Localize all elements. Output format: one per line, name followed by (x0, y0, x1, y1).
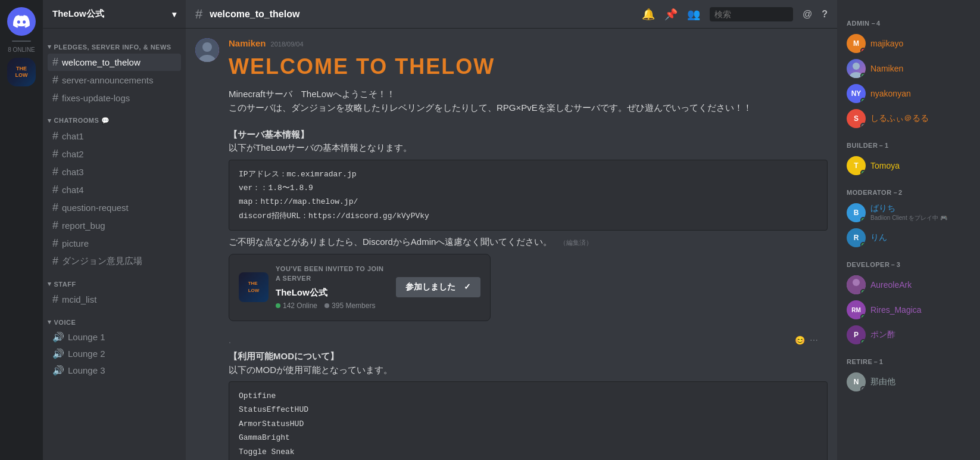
status-dot-online (860, 170, 866, 175)
member-avatar: N (847, 372, 866, 391)
members-icon[interactable]: 👥 (687, 8, 700, 21)
message-author: Namiken (229, 38, 266, 48)
channel-name: chat3 (62, 167, 84, 177)
server-divider (12, 41, 31, 42)
channel-name: chat2 (62, 149, 84, 159)
code-line: discord招待URL：https://discord.gg/kVyPVky (239, 209, 817, 223)
channel-server-announcements[interactable]: # server-announcements (48, 72, 181, 89)
status-dot-offline (860, 123, 866, 128)
category-arrow: ▾ (48, 318, 52, 326)
bell-icon[interactable]: 🔔 (642, 8, 655, 21)
voice-icon: 🔊 (52, 365, 64, 376)
role-category-retire: RETIRE－1 (842, 348, 975, 369)
server-icon-thelow[interactable]: THELOW (7, 58, 36, 86)
member-item-rin[interactable]: R りん (842, 226, 975, 250)
member-name: Namiken (870, 64, 903, 73)
status-dot-online (860, 98, 866, 103)
member-avatar: RM (847, 300, 866, 319)
invite-card-icon: THELOW (239, 272, 269, 302)
members-sidebar: ADMIN－4 M majikayo Namiken NY nyakonyan … (837, 0, 980, 460)
server-sidebar: 8 ONLINE THELOW (0, 0, 43, 460)
code-line: ArmorStatusHUD (239, 417, 817, 431)
status-dot-online (860, 289, 866, 294)
channel-name: Lounge 2 (68, 349, 105, 359)
member-item-shirufyi[interactable]: S しるふぃ＠るる (842, 107, 975, 130)
message-timestamp: 2018/09/04 (271, 41, 304, 48)
status-dot-online (860, 339, 866, 344)
more-options-icon[interactable]: ⋯ (810, 335, 818, 345)
channel-fixes-update-logs[interactable]: # fixes-update-logs (48, 89, 181, 107)
header-icons: 🔔 📌 👥 @ ? (642, 7, 828, 21)
hash-icon: # (52, 201, 58, 214)
code-line: IPアドレス：mc.eximradar.jp (239, 167, 817, 181)
svg-point-6 (853, 279, 860, 286)
hash-icon: # (52, 255, 58, 268)
welcome-title: WELCOME TO THELOW (229, 51, 828, 83)
status-dot-online (860, 242, 866, 247)
channel-mcid-list[interactable]: # mcid_list (48, 291, 181, 308)
member-name: しるふぃ＠るる (870, 113, 929, 124)
channel-chat1[interactable]: # chat1 (48, 128, 181, 145)
category-arrow: ▾ (48, 117, 52, 125)
member-item-ponzu[interactable]: P ポン酢 (842, 323, 975, 347)
join-button[interactable]: 参加しました ✓ (396, 277, 480, 297)
channel-report-bug[interactable]: # report_bug (48, 217, 181, 234)
code-line: StatusEffectHUD (239, 403, 817, 417)
code-line: map：http://map.thelow.jp/ (239, 195, 817, 209)
member-name: nyakonyan (870, 89, 911, 98)
discord-home-button[interactable] (7, 7, 36, 36)
channel-picture[interactable]: # picture (48, 235, 181, 252)
member-avatar: B (847, 203, 866, 222)
category-arrow: ▾ (48, 43, 52, 51)
channel-lounge1[interactable]: 🔊 Lounge 1 (48, 329, 181, 345)
message-text: 【利用可能MODについて】 以下のMODが使用可能となっています。 Optifi… (229, 350, 828, 460)
category-pledges[interactable]: ▾ PLEDGES, SERVER INFO, & NEWS (43, 33, 186, 53)
search-input[interactable] (710, 7, 793, 21)
status-dot-dnd (860, 48, 866, 53)
hash-icon: # (52, 92, 58, 104)
category-voice[interactable]: ▾ VOICE (43, 309, 186, 328)
channel-lounge3[interactable]: 🔊 Lounge 3 (48, 362, 181, 378)
member-avatar: T (847, 156, 866, 175)
member-avatar: S (847, 109, 866, 128)
category-chatrooms[interactable]: ▾ CHATROOMS 💬 (43, 107, 186, 127)
member-item-namiken[interactable]: Namiken (842, 57, 975, 80)
hash-icon: # (52, 130, 58, 142)
member-item-tomoya[interactable]: T Tomoya (842, 154, 975, 178)
at-icon[interactable]: @ (803, 9, 812, 20)
section-header: 【サーバ基本情報】 (229, 129, 309, 139)
member-item-nyakonyan[interactable]: NY nyakonyan (842, 82, 975, 105)
member-item-rires-magica[interactable]: RM Rires_Magica (842, 298, 975, 322)
member-avatar: P (847, 325, 866, 344)
category-staff[interactable]: ▾ STAFF (43, 271, 186, 290)
hash-icon: # (52, 166, 58, 178)
channel-name: Lounge 3 (68, 365, 105, 375)
member-item-nayuta[interactable]: N 那由他 (842, 370, 975, 394)
channel-name: fixes-update-logs (62, 93, 130, 103)
channel-chat3[interactable]: # chat3 (48, 163, 181, 181)
code-line: Optifine (239, 389, 817, 403)
channel-name: ダンジョン意見広場 (62, 256, 142, 267)
member-item-aureoleark[interactable]: AureoleArk (842, 273, 975, 297)
channel-dungeon[interactable]: # ダンジョン意見広場 (48, 253, 181, 270)
channel-chat2[interactable]: # chat2 (48, 145, 181, 163)
role-category-builder: BUILDER－1 (842, 132, 975, 153)
member-item-barichi[interactable]: B ばりち Badiion Client をプレイ中 🎮 (842, 201, 975, 225)
dot-separator: . 😊 ⋯ (195, 335, 828, 345)
pin-icon[interactable]: 📌 (664, 8, 678, 21)
invite-card-title: YOU'VE BEEN INVITED TO JOIN A SERVER (276, 264, 389, 284)
member-item-majikayo[interactable]: M majikayo (842, 32, 975, 55)
member-name: 那由他 (870, 377, 895, 387)
channel-chat4[interactable]: # chat4 (48, 181, 181, 198)
channel-name: mcid_list (62, 294, 96, 304)
section-header: 【利用可能MODについて】 (229, 351, 339, 361)
channel-lounge2[interactable]: 🔊 Lounge 2 (48, 346, 181, 362)
channel-welcome-to-thelow[interactable]: # welcome_to_thelow (48, 54, 181, 71)
hash-icon: # (52, 293, 58, 306)
emoji-reaction-icon[interactable]: 😊 (795, 335, 805, 345)
channel-name: chat4 (62, 185, 84, 195)
channel-name: welcome_to_thelow (62, 57, 141, 67)
channel-question-request[interactable]: # question-request (48, 199, 181, 216)
server-header[interactable]: TheLow公式 ▾ (43, 0, 186, 29)
help-icon[interactable]: ? (822, 9, 828, 20)
